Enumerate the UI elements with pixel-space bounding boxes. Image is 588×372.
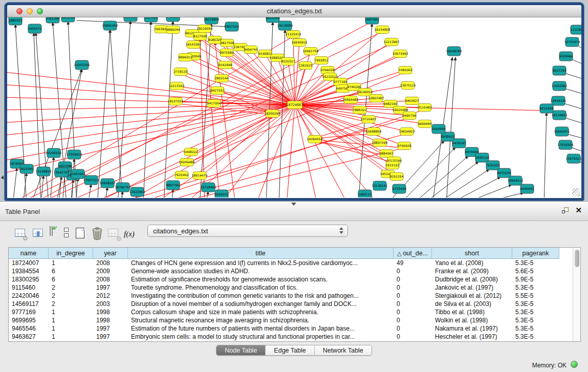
memory-status-label: Memory: OK xyxy=(532,362,567,369)
deselect-all-button[interactable] xyxy=(61,227,73,240)
graph-node-label: 16648784 xyxy=(446,49,462,53)
table-cell: Estimation of significance thresholds fo… xyxy=(128,275,394,283)
tab-network-table[interactable]: Network Table xyxy=(315,345,372,355)
network-canvas[interactable]: 8912954182260588127508165433828186328982… xyxy=(7,17,581,198)
table-row[interactable]: 977716911998Corpus callosum shape and si… xyxy=(9,308,580,316)
network-window-title: citations_edges.txt xyxy=(7,7,581,15)
table-row[interactable]: 1830029562008Estimation of significance … xyxy=(9,275,580,283)
citation-edge-black xyxy=(446,57,455,198)
status-bar: Memory: OK xyxy=(0,358,588,372)
citation-network-graph[interactable]: 8912954182260588127508165433828186328982… xyxy=(7,17,581,198)
sidebar-collapse-arrow-icon[interactable] xyxy=(1,176,4,180)
table-cell: 0 xyxy=(394,316,432,324)
delete-button[interactable] xyxy=(91,227,103,240)
graph-node-label: 15718485 xyxy=(201,185,216,189)
graph-node-label: 3915360 xyxy=(20,167,34,170)
graph-node-label: 10688809 xyxy=(366,129,382,133)
column-header-pagerank[interactable]: pagerank xyxy=(512,248,559,259)
dropdown-arrows-icon xyxy=(339,227,343,234)
graph-node-label: 9417004 xyxy=(207,101,221,105)
table-cell: Estimation of the future numbers of pati… xyxy=(128,324,394,333)
graph-node-label: 2405572 xyxy=(28,27,42,30)
column-header-title[interactable]: title xyxy=(128,248,394,259)
graph-node-label: 9227343 xyxy=(553,69,567,72)
graph-node-label: 9699695 xyxy=(418,122,432,125)
float-panel-icon[interactable] xyxy=(562,207,570,215)
citation-edge-red xyxy=(36,44,391,198)
table-row[interactable]: 1938455462009Genome-wide association stu… xyxy=(9,267,580,275)
table-panel-header: Table Panel ✕ xyxy=(0,201,588,221)
table-cell: Tourette syndrome. Phenomenology and cla… xyxy=(128,283,394,292)
graph-node-label: 8220317 xyxy=(281,59,295,63)
graph-node-label: 11325419 xyxy=(286,32,301,36)
function-builder-button[interactable]: f(x) xyxy=(124,227,136,240)
table-row[interactable]: 946362711997Embryonic stem cells: a mode… xyxy=(9,333,580,341)
table-vertical-scrollbar[interactable] xyxy=(573,248,580,341)
window-resize-grip[interactable] xyxy=(572,188,580,196)
table-cell: 0 xyxy=(394,333,432,341)
table-row[interactable]: 2242004622012Investigating the contribut… xyxy=(9,292,580,300)
graph-node-label: 7485063 xyxy=(399,68,412,72)
select-column-button[interactable] xyxy=(32,227,45,240)
table-cell: 1 xyxy=(49,259,93,267)
graph-node-label: 2935114 xyxy=(475,156,489,159)
table-cell: 9463627 xyxy=(9,333,49,341)
column-header-out_de[interactable]: △out_de... xyxy=(394,248,432,259)
table-row[interactable]: 1456911722003Disruption of a novel membe… xyxy=(9,300,580,308)
graph-node-label: 10973493 xyxy=(393,52,408,55)
panel-collapse-handle-icon[interactable] xyxy=(291,203,296,206)
table-cell: Investigating the contribution of common… xyxy=(128,292,394,300)
close-panel-icon[interactable]: ✕ xyxy=(575,206,582,214)
table-cell: 2008 xyxy=(93,275,128,283)
new-table-button[interactable] xyxy=(75,227,87,240)
table-cell: 2 xyxy=(49,292,93,300)
table-row[interactable]: 911546021997Tourette syndrome. Phenomeno… xyxy=(9,283,580,292)
tab-edge-table[interactable]: Edge Table xyxy=(266,345,314,355)
network-window: citations_edges.txt 89129541822605881275… xyxy=(5,3,584,201)
graph-node-label: 15751074 xyxy=(564,40,580,43)
graph-node-label: 11451941 xyxy=(70,172,86,176)
column-header-in_degree[interactable]: in_degree xyxy=(49,248,93,259)
column-settings-button[interactable] xyxy=(14,227,27,240)
column-header-short[interactable]: short xyxy=(432,248,512,259)
citation-edge-black xyxy=(461,185,512,198)
table-row[interactable]: 946554611997Estimation of the future num… xyxy=(9,324,580,333)
table-cell: 6 xyxy=(49,275,93,283)
graph-node-label: 20891406 xyxy=(102,24,118,27)
graph-node-label: 1885033 xyxy=(9,18,23,22)
table-row[interactable]: 969969511998Structural magnetic resonanc… xyxy=(9,316,580,324)
graph-node-label: 16099488 xyxy=(179,160,195,164)
tab-node-table[interactable]: Node Table xyxy=(216,345,266,355)
graph-node-label: 20206536 xyxy=(46,151,62,155)
graph-node-label: 9777169 xyxy=(334,80,347,83)
graph-node-label: 18226058 xyxy=(197,27,213,30)
graph-node-label: 15720407 xyxy=(361,117,377,121)
table-cell: 2012 xyxy=(93,292,128,300)
table-row[interactable]: 1872400712008Changes of HCN gene express… xyxy=(9,259,580,267)
memory-ok-indicator xyxy=(571,361,578,368)
table-cell: 9777169 xyxy=(9,308,49,316)
citation-edge-black xyxy=(41,176,43,198)
graph-node-label: 11675311 xyxy=(566,157,581,160)
table-select-dropdown[interactable]: citations_edges.txt xyxy=(147,225,348,237)
table-cell: Changes of HCN gene expression and I(f) … xyxy=(128,259,394,267)
graph-node-label: 2301385 xyxy=(46,17,60,20)
graph-node-label: 16640910 xyxy=(292,40,308,44)
graph-node-label: 17359926 xyxy=(67,152,82,156)
graph-node-label: 17957223 xyxy=(83,178,99,182)
citation-edge-black xyxy=(50,157,54,198)
graph-node-label: 8215958 xyxy=(540,106,554,110)
graph-node-label: 7632621 xyxy=(486,163,500,167)
citation-edge-red xyxy=(225,65,295,105)
network-window-titlebar[interactable]: citations_edges.txt xyxy=(7,5,581,17)
column-header-name[interactable]: name xyxy=(9,248,49,259)
trash-icon xyxy=(92,227,103,240)
table-cell: 5.3E-5 xyxy=(512,324,559,333)
scrollbar-thumb[interactable] xyxy=(575,250,579,267)
column-header-year[interactable]: year xyxy=(93,248,128,259)
graph-node-label: 9866044 xyxy=(166,28,180,31)
citation-edge-black xyxy=(206,191,208,198)
x-badge-icon: x xyxy=(117,236,121,241)
graph-node-label: 9329966 xyxy=(559,54,573,58)
select-all-button[interactable] xyxy=(49,227,61,240)
